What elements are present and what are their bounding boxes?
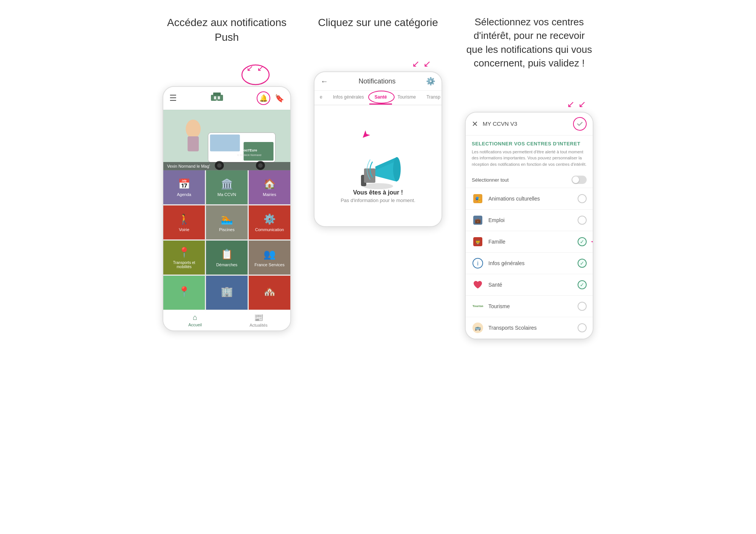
- cursor-row: ➤: [322, 129, 434, 144]
- tab-infos-generales[interactable]: Infos générales: [328, 91, 369, 105]
- col2: Cliquez sur une catégorie ↙ ↙ ← Notifica…: [314, 15, 442, 227]
- phone2: ← Notifications ⚙️ e Infos générales San…: [314, 71, 442, 227]
- empty-sub: Pas d'information pour le moment.: [341, 198, 415, 203]
- phone1-header: ☰ 🏛 🔔 🔖: [163, 87, 290, 110]
- tile-voirie[interactable]: 🚶 Voirie: [163, 205, 205, 239]
- settings-header: ✕ MY CCVN V3: [466, 113, 593, 136]
- tile-communication[interactable]: ⚙️ Communication: [249, 205, 290, 239]
- map-icon: 📍: [178, 286, 190, 298]
- tourisme-icon: Tourism: [472, 301, 483, 312]
- infos-icon-wrap: i: [472, 257, 484, 269]
- svg-text:🚌: 🚌: [475, 325, 481, 331]
- tile-mairies[interactable]: 🏠 Mairies: [249, 170, 290, 204]
- tile-transports[interactable]: 📍 Transports et mobilités: [163, 241, 205, 275]
- tab-bar: e Infos générales Santé Tourisme Transp: [314, 91, 442, 105]
- phone1: ☰ 🏛 🔔 🔖: [163, 86, 291, 331]
- transports-scolaires-label: Transports Scolaires: [488, 325, 573, 331]
- arrow-down-right3: ↙: [578, 99, 586, 110]
- hero-banner: Doct'Eure le Médecin Normand Vexin Norma…: [163, 110, 290, 170]
- tab-sante[interactable]: Santé: [369, 91, 392, 105]
- famille-icon-wrap: 🦁: [472, 236, 484, 248]
- arrow-down-right2: ↙: [423, 59, 431, 69]
- tile-demarches[interactable]: 📋 Démarches: [206, 241, 248, 275]
- select-all-row: Sélectionner tout: [466, 172, 593, 188]
- communication-label: Communication: [255, 227, 284, 232]
- down-arrows-2: ↙ ↙: [412, 59, 431, 69]
- tourisme-label: Tourisme: [488, 303, 573, 309]
- close-button[interactable]: ✕: [472, 119, 478, 128]
- category-infos: i Infos générales: [466, 253, 593, 274]
- news-icon: 📰: [254, 313, 263, 322]
- col1: Accédez aux notifications Push ↙ ↙ ☰: [163, 15, 291, 331]
- infos-label: Infos générales: [488, 260, 573, 266]
- transports-scolaires-check[interactable]: [578, 323, 587, 332]
- svg-text:Tourism: Tourism: [472, 304, 483, 308]
- tile-community[interactable]: 🏘️: [249, 276, 290, 310]
- tab-e[interactable]: e: [314, 91, 328, 105]
- notif-empty: ➤: [314, 105, 442, 226]
- logo-icon: 🏛: [210, 92, 224, 105]
- hero-dots: [222, 160, 232, 162]
- section-description: Les notifications vous permettent d'être…: [466, 149, 593, 172]
- col3-title: Sélectionnez vos centres d'intérêt, pour…: [465, 15, 593, 70]
- famille-icon: 🦁: [472, 236, 483, 247]
- arrows-annotation-3: ↙ ↙: [465, 85, 593, 112]
- transports-icon: 📍: [178, 247, 190, 258]
- emploi-icon: 💼: [472, 215, 483, 225]
- gear-icon[interactable]: ⚙️: [426, 77, 435, 86]
- agenda-icon: 📅: [178, 178, 190, 190]
- category-famille: 🦁 Famille: [466, 231, 593, 253]
- tile-france-services[interactable]: 👥 France Services: [249, 241, 290, 275]
- mairies-icon: 🏠: [263, 178, 276, 190]
- tile-piscines[interactable]: 🏊 Piscines: [206, 205, 248, 239]
- bell-button[interactable]: 🔔: [257, 91, 270, 105]
- svg-point-23: [393, 157, 401, 181]
- voirie-icon: 🚶: [178, 213, 190, 225]
- nav-actualites[interactable]: 📰 Actualités: [227, 313, 290, 327]
- header-icons: 🔔 🔖: [257, 91, 284, 105]
- notif-title: Notifications: [333, 77, 421, 85]
- tile-map[interactable]: 📍: [163, 276, 205, 310]
- svg-text:🦁: 🦁: [475, 239, 481, 245]
- france-services-icon: 👥: [263, 248, 276, 260]
- transports-scolaires-icon: 🚌: [472, 323, 483, 333]
- select-all-toggle[interactable]: [572, 176, 587, 184]
- arrows-annotation-1: ↙ ↙: [163, 60, 291, 86]
- validate-button[interactable]: [573, 117, 587, 131]
- category-animations: 🎭 Animations culturelles: [466, 188, 593, 210]
- hamburger-icon[interactable]: ☰: [169, 93, 177, 103]
- dot3: [229, 160, 232, 162]
- svg-point-0: [242, 65, 269, 85]
- nav-accueil[interactable]: ⌂ Accueil: [163, 313, 227, 327]
- tourisme-icon-wrap: Tourism: [472, 300, 484, 312]
- empty-title: Vous êtes à jour !: [353, 189, 403, 196]
- transports-label: Transports et mobilités: [166, 261, 202, 269]
- svg-point-20: [363, 183, 393, 189]
- col2-title: Cliquez sur une catégorie: [318, 15, 438, 30]
- app-name: MY CCVN V3: [483, 120, 569, 127]
- cursor-arrow: ➤: [358, 127, 373, 142]
- hero-caption-text: Vexin Normand le Mag': [167, 164, 210, 168]
- sante-label: Santé: [488, 282, 573, 288]
- voirie-label: Voirie: [179, 227, 189, 232]
- svg-text:💼: 💼: [475, 218, 481, 224]
- tab-tourisme[interactable]: Tourisme: [392, 91, 421, 105]
- categories-container: 🎭 Animations culturelles 💼 Emploi: [466, 188, 593, 339]
- svg-point-7: [186, 120, 201, 138]
- famille-check[interactable]: [578, 237, 587, 246]
- tab-transp[interactable]: Transp: [421, 91, 442, 105]
- piscines-label: Piscines: [219, 227, 235, 232]
- tourisme-check[interactable]: [578, 302, 587, 311]
- emploi-check[interactable]: [578, 216, 587, 225]
- tile-agenda[interactable]: 📅 Agenda: [163, 170, 205, 204]
- animations-check[interactable]: [578, 194, 587, 203]
- infos-check[interactable]: [578, 259, 587, 268]
- svg-text:i: i: [477, 260, 479, 267]
- tile-building[interactable]: 🏢: [206, 276, 248, 310]
- tile-ma-ccvn[interactable]: 🏛️ Ma CCVN: [206, 170, 248, 204]
- emploi-label: Emploi: [488, 217, 573, 223]
- back-button[interactable]: ←: [321, 77, 328, 86]
- bookmark-icon[interactable]: 🔖: [275, 94, 284, 103]
- col3: Sélectionnez vos centres d'intérêt, pour…: [465, 15, 593, 340]
- sante-check[interactable]: [578, 280, 587, 289]
